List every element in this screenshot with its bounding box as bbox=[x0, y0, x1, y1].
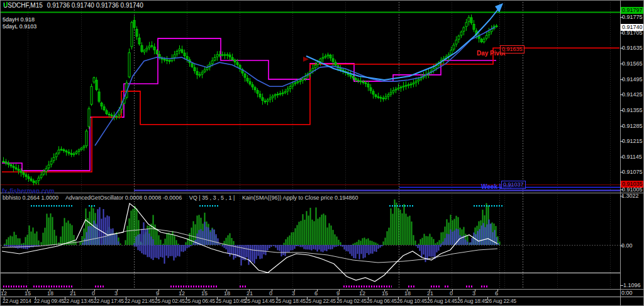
indicator-scale-label: 0:00 bbox=[621, 290, 633, 296]
candle-body bbox=[312, 69, 314, 71]
candle-body bbox=[400, 87, 402, 88]
week-low-price-label: 0.91037 bbox=[501, 181, 526, 189]
candle-body bbox=[402, 86, 404, 87]
hour-label: 3 bbox=[114, 290, 118, 297]
candle-body bbox=[65, 151, 67, 152]
candle-body bbox=[319, 59, 321, 62]
candle-body bbox=[15, 167, 17, 169]
hour-label: 9 bbox=[336, 290, 340, 297]
candle-body bbox=[257, 91, 258, 94]
candle-body bbox=[352, 77, 354, 78]
watermark: fx-fisherman.com bbox=[2, 188, 54, 195]
candle-body bbox=[3, 161, 4, 162]
candle-body bbox=[151, 45, 153, 46]
candle-body bbox=[395, 89, 397, 90]
candle-body bbox=[362, 82, 364, 82]
indicator-scale-label: 1.3022 bbox=[621, 193, 639, 199]
date-label: 22 Aug 17:45 bbox=[94, 298, 124, 304]
chart-canvas[interactable] bbox=[1, 1, 644, 306]
candle-body bbox=[380, 98, 382, 98]
candle-body bbox=[184, 53, 186, 55]
hour-label: 18 bbox=[47, 290, 53, 297]
candle-body bbox=[236, 62, 238, 64]
candle-body bbox=[355, 78, 357, 79]
candle-body bbox=[164, 59, 165, 60]
candle-body bbox=[267, 100, 269, 101]
candle-body bbox=[186, 57, 188, 59]
candle-body bbox=[365, 83, 367, 84]
candle-body bbox=[405, 86, 407, 86]
candle-body bbox=[55, 154, 57, 157]
candle-body bbox=[38, 178, 40, 181]
candle-body bbox=[249, 82, 251, 84]
candle-body bbox=[206, 67, 208, 69]
candle-body bbox=[262, 98, 264, 101]
hour-label: 12 bbox=[1, 290, 7, 297]
ohlc-readout: 0.91736 0.91740 0.91736 0.91740 bbox=[47, 2, 143, 9]
candle-body bbox=[25, 175, 27, 177]
candle-body bbox=[360, 81, 362, 82]
day-pivot-price-label: 0.91635 bbox=[500, 45, 525, 54]
bid-price-label: 0.91740 bbox=[621, 24, 644, 31]
candle-body bbox=[387, 94, 389, 96]
hour-label: 3 bbox=[472, 290, 475, 297]
candle-body bbox=[176, 52, 178, 54]
candle-body bbox=[96, 80, 97, 89]
candle-body bbox=[392, 91, 394, 93]
indicator-scale-label: -1.1096 bbox=[621, 282, 641, 288]
price-tick-label: 0.91145 bbox=[622, 154, 642, 160]
hour-label: 12 bbox=[179, 290, 185, 297]
candle-body bbox=[473, 25, 475, 30]
candle-body bbox=[181, 50, 183, 52]
candle-body bbox=[138, 38, 140, 44]
candle-body bbox=[88, 109, 90, 127]
candle-body bbox=[8, 163, 9, 164]
chart-icon bbox=[3, 2, 9, 8]
candle-body bbox=[133, 20, 135, 27]
candle-body bbox=[86, 131, 87, 146]
candle-body bbox=[91, 86, 92, 104]
red-step-line bbox=[2, 48, 619, 172]
candle-body bbox=[33, 181, 35, 183]
candle-body bbox=[141, 45, 143, 52]
candle-body bbox=[284, 91, 286, 93]
candle-body bbox=[148, 46, 150, 48]
candle-body bbox=[63, 150, 65, 151]
candle-body bbox=[229, 55, 231, 57]
candle-body bbox=[234, 60, 236, 62]
mt4-chart-window: USDCHF,M15 0.91736 0.91740 0.91736 0.917… bbox=[0, 0, 644, 306]
candle-body bbox=[169, 60, 170, 61]
hour-label: 18 bbox=[224, 290, 230, 297]
candle-body bbox=[45, 169, 47, 171]
price-tick-label: 0.91425 bbox=[622, 91, 643, 98]
price-tick-label: 0.91635 bbox=[622, 45, 643, 51]
date-label: 22 Aug 13:45 bbox=[64, 298, 94, 304]
hour-label: 0 bbox=[92, 290, 95, 297]
candle-body bbox=[496, 26, 497, 26]
candle-body bbox=[50, 161, 52, 164]
candle-body bbox=[415, 81, 417, 82]
candle-body bbox=[179, 49, 180, 51]
candle-body bbox=[390, 93, 392, 94]
candle-body bbox=[196, 72, 198, 75]
hour-label: 15 bbox=[25, 290, 31, 297]
candle-body bbox=[128, 53, 130, 77]
candle-body bbox=[70, 154, 72, 155]
candle-body bbox=[231, 57, 233, 59]
indicator-bbhisto: bbhisto 0.2664 1.0000 bbox=[3, 195, 58, 201]
date-label: 26 Aug 06:45 bbox=[367, 298, 397, 304]
candle-body bbox=[68, 152, 70, 154]
hour-label: 21 bbox=[70, 290, 76, 297]
day-low-label: 5dayL 0.9103 bbox=[3, 23, 36, 30]
candle-body bbox=[279, 94, 281, 94]
candle-body bbox=[357, 80, 359, 81]
candle-body bbox=[317, 62, 319, 65]
candle-body bbox=[463, 28, 465, 31]
hour-label: 15 bbox=[201, 290, 208, 297]
candle-body bbox=[80, 148, 82, 149]
candle-body bbox=[289, 86, 291, 88]
chart-title: USDCHF,M15 0.91736 0.91740 0.91736 0.917… bbox=[3, 2, 143, 9]
date-label: 22 Aug 2014 bbox=[3, 298, 31, 304]
candle-body bbox=[244, 74, 246, 77]
candle-body bbox=[78, 150, 80, 151]
